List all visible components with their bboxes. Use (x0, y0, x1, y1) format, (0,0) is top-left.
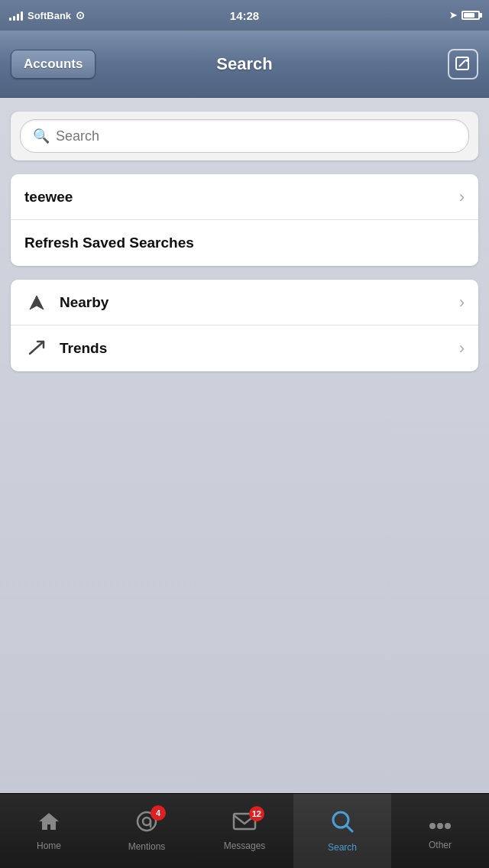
location-icon: ➤ (449, 10, 457, 21)
refresh-label: Refresh Saved Searches (24, 235, 194, 251)
nearby-icon (24, 290, 49, 315)
svg-point-11 (437, 823, 443, 829)
status-right: ➤ (449, 10, 480, 21)
chevron-icon-trends: › (459, 338, 465, 358)
battery-icon (461, 11, 480, 20)
trends-icon (24, 336, 49, 361)
battery-fill (464, 13, 474, 18)
search-tab-icon (330, 809, 355, 839)
svg-marker-2 (30, 296, 44, 309)
bar4 (21, 11, 23, 21)
accounts-button[interactable]: Accounts (11, 50, 96, 79)
bar3 (17, 14, 19, 21)
content-area: 🔍 teewee › Refresh Saved Searches Nearby… (0, 98, 489, 793)
list-item-nearby[interactable]: Nearby › (11, 280, 478, 326)
svg-point-10 (429, 823, 436, 829)
search-input[interactable] (56, 128, 456, 144)
svg-point-5 (143, 818, 151, 825)
trends-label: Trends (60, 340, 107, 357)
tab-messages-label: Messages (224, 840, 266, 851)
saved-searches-card: teewee › Refresh Saved Searches (11, 174, 478, 266)
messages-badge: 12 (249, 806, 264, 821)
tab-other-label: Other (429, 840, 452, 850)
list-item-trends[interactable]: Trends › (11, 326, 478, 371)
bar1 (9, 18, 11, 21)
mentions-badge: 4 (151, 805, 166, 821)
mentions-icon: 4 (135, 810, 158, 838)
nav-bar: Accounts Search (0, 31, 489, 98)
nearby-left: Nearby (24, 290, 108, 315)
list-item-refresh[interactable]: Refresh Saved Searches (11, 220, 478, 266)
chevron-icon-teewee: › (459, 187, 465, 207)
search-magnify-icon: 🔍 (33, 128, 50, 144)
tab-mentions[interactable]: 4 Mentions (98, 794, 196, 868)
status-time: 14:28 (230, 9, 259, 22)
tab-home[interactable]: Home (0, 794, 98, 868)
home-icon (37, 811, 60, 837)
nav-title: Search (216, 54, 272, 74)
tab-home-label: Home (37, 840, 61, 851)
search-input-wrap[interactable]: 🔍 (20, 119, 469, 153)
other-icon (429, 812, 452, 837)
svg-point-12 (445, 823, 451, 829)
chevron-icon-nearby: › (459, 293, 465, 313)
tab-search[interactable]: Search (293, 794, 391, 868)
signal-bars (9, 10, 23, 21)
status-bar: SoftBank ⊙ 14:28 ➤ (0, 0, 489, 31)
tab-search-label: Search (328, 842, 357, 853)
compose-icon (455, 56, 471, 73)
carrier-label: SoftBank (28, 10, 71, 21)
tab-bar: Home 4 Mentions 12 Messages (0, 793, 489, 868)
nearby-label: Nearby (60, 294, 108, 311)
list-item-teewee[interactable]: teewee › (11, 174, 478, 220)
svg-line-9 (346, 825, 352, 831)
wifi-icon: ⊙ (76, 9, 85, 21)
status-left: SoftBank ⊙ (9, 9, 85, 21)
tab-messages[interactable]: 12 Messages (196, 794, 293, 868)
tab-mentions-label: Mentions (128, 841, 166, 852)
svg-line-1 (459, 60, 465, 66)
svg-line-3 (30, 342, 44, 354)
teewee-label: teewee (24, 189, 73, 206)
bar2 (13, 16, 15, 21)
location-card: Nearby › Trends › (11, 280, 478, 371)
compose-button[interactable] (448, 49, 478, 79)
messages-icon: 12 (232, 811, 257, 837)
tab-other[interactable]: Other (391, 794, 489, 868)
search-container: 🔍 (11, 112, 478, 160)
trends-left: Trends (24, 336, 107, 361)
